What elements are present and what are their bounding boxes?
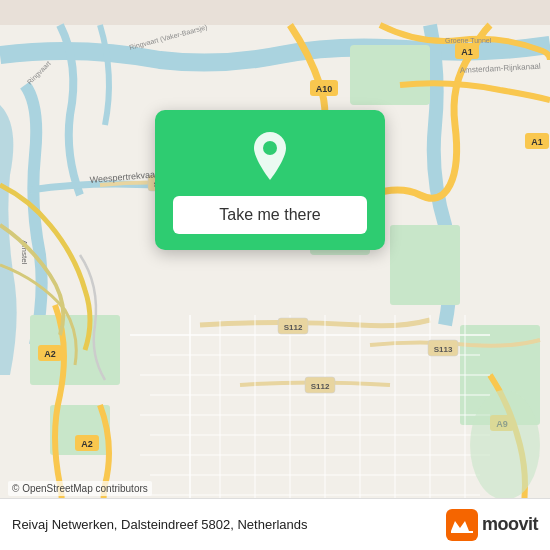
footer-bar: Reivaj Netwerken, Dalsteindreef 5802, Ne… xyxy=(0,498,550,550)
svg-point-51 xyxy=(470,390,540,500)
svg-rect-1 xyxy=(350,45,430,105)
moovit-brand-text: moovit xyxy=(482,514,538,535)
osm-attribution: © OpenStreetMap contributors xyxy=(8,481,152,496)
svg-point-52 xyxy=(263,141,277,155)
footer-left: Reivaj Netwerken, Dalsteindreef 5802, Ne… xyxy=(12,517,308,532)
svg-text:A1: A1 xyxy=(531,137,543,147)
svg-text:A2: A2 xyxy=(44,349,56,359)
svg-text:A10: A10 xyxy=(316,84,333,94)
take-me-there-button[interactable]: Take me there xyxy=(173,196,367,234)
footer-address: Reivaj Netwerken, Dalsteindreef 5802, Ne… xyxy=(12,517,308,532)
location-pin-icon xyxy=(248,130,292,182)
svg-text:A2: A2 xyxy=(81,439,93,449)
svg-rect-53 xyxy=(446,509,478,541)
location-card: Take me there xyxy=(155,110,385,250)
svg-text:S112: S112 xyxy=(284,323,303,332)
moovit-icon xyxy=(446,509,478,541)
svg-text:Groene Tunnel: Groene Tunnel xyxy=(445,37,492,44)
moovit-logo: moovit xyxy=(446,509,538,541)
svg-text:S113: S113 xyxy=(434,345,453,354)
svg-text:A1: A1 xyxy=(461,47,473,57)
map-background: A10 A1 A1 A2 A2 A9 S112 S112 S113 S113 W… xyxy=(0,0,550,550)
map-container: A10 A1 A1 A2 A2 A9 S112 S112 S113 S113 W… xyxy=(0,0,550,550)
svg-text:S112: S112 xyxy=(311,382,330,391)
svg-rect-3 xyxy=(390,225,460,305)
